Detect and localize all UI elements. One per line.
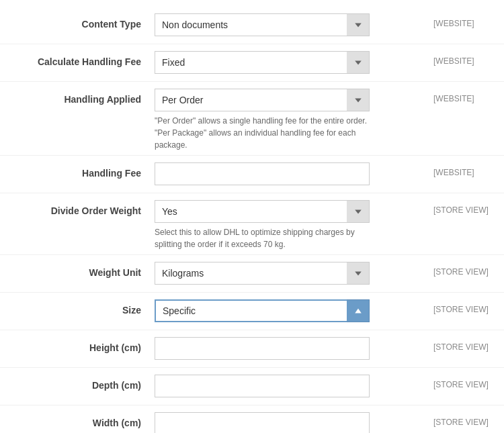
form-row-divide-order-weight: Divide Order WeightYesNoSelect this to a… (0, 193, 504, 254)
shipping-settings-form: Content TypeNon documentsDocuments[WEBSI… (0, 0, 504, 433)
form-row-handling-applied: Handling AppliedPer OrderPer Package"Per… (0, 82, 504, 155)
form-row-calculate-handling-fee: Calculate Handling FeeFixedPercent[WEBSI… (0, 44, 504, 81)
scope-handling-applied: [WEBSITE] (423, 89, 504, 103)
control-width (155, 412, 423, 433)
form-row-handling-fee: Handling Fee[WEBSITE] (0, 156, 504, 193)
input-height[interactable] (155, 337, 370, 360)
control-handling-applied: Per OrderPer Package"Per Order" allows a… (155, 89, 423, 151)
scope-size: [STORE VIEW] (423, 299, 504, 314)
scope-depth: [STORE VIEW] (423, 375, 504, 389)
input-width[interactable] (155, 412, 370, 433)
label-width: Width (cm) (0, 412, 155, 428)
scope-weight-unit: [STORE VIEW] (423, 262, 504, 277)
scope-height: [STORE VIEW] (423, 337, 504, 352)
select-weight-unit[interactable]: KilogramsPounds (155, 262, 370, 285)
label-divide-order-weight: Divide Order Weight (0, 200, 155, 216)
input-handling-fee[interactable] (155, 162, 370, 185)
description-divide-order-weight: Select this to allow DHL to optimize shi… (155, 226, 370, 250)
select-content-type[interactable]: Non documentsDocuments (155, 13, 370, 36)
control-handling-fee (155, 162, 423, 185)
description-handling-applied: "Per Order" allows a single handling fee… (155, 115, 370, 151)
select-divide-order-weight[interactable]: YesNo (155, 200, 370, 223)
select-size[interactable]: SpecificRegular (155, 299, 370, 322)
select-handling-applied[interactable]: Per OrderPer Package (155, 89, 370, 111)
label-calculate-handling-fee: Calculate Handling Fee (0, 51, 155, 67)
select-wrapper-calculate-handling-fee: FixedPercent (155, 51, 370, 74)
form-row-height: Height (cm)[STORE VIEW] (0, 330, 504, 367)
label-height: Height (cm) (0, 337, 155, 353)
form-row-depth: Depth (cm)[STORE VIEW] (0, 368, 504, 405)
select-wrapper-divide-order-weight: YesNo (155, 200, 370, 223)
control-divide-order-weight: YesNoSelect this to allow DHL to optimiz… (155, 200, 423, 250)
control-size: SpecificRegular (155, 299, 423, 322)
control-weight-unit: KilogramsPounds (155, 262, 423, 285)
form-row-weight-unit: Weight UnitKilogramsPounds[STORE VIEW] (0, 255, 504, 292)
control-depth (155, 375, 423, 397)
control-height (155, 337, 423, 360)
input-depth[interactable] (155, 375, 370, 397)
select-wrapper-size: SpecificRegular (155, 299, 370, 322)
control-calculate-handling-fee: FixedPercent (155, 51, 423, 74)
label-handling-applied: Handling Applied (0, 89, 155, 105)
label-weight-unit: Weight Unit (0, 262, 155, 278)
select-wrapper-content-type: Non documentsDocuments (155, 13, 370, 36)
form-row-size: SizeSpecificRegular[STORE VIEW] (0, 293, 504, 330)
form-row-content-type: Content TypeNon documentsDocuments[WEBSI… (0, 7, 504, 44)
scope-divide-order-weight: [STORE VIEW] (423, 200, 504, 215)
label-depth: Depth (cm) (0, 375, 155, 391)
form-row-width: Width (cm)[STORE VIEW] (0, 405, 504, 433)
scope-content-type: [WEBSITE] (423, 13, 504, 28)
label-size: Size (0, 299, 155, 316)
select-wrapper-handling-applied: Per OrderPer Package (155, 89, 370, 111)
control-content-type: Non documentsDocuments (155, 13, 423, 36)
scope-calculate-handling-fee: [WEBSITE] (423, 51, 504, 66)
select-calculate-handling-fee[interactable]: FixedPercent (155, 51, 370, 74)
scope-handling-fee: [WEBSITE] (423, 162, 504, 177)
label-handling-fee: Handling Fee (0, 162, 155, 179)
label-content-type: Content Type (0, 13, 155, 30)
select-wrapper-weight-unit: KilogramsPounds (155, 262, 370, 285)
scope-width: [STORE VIEW] (423, 412, 504, 427)
